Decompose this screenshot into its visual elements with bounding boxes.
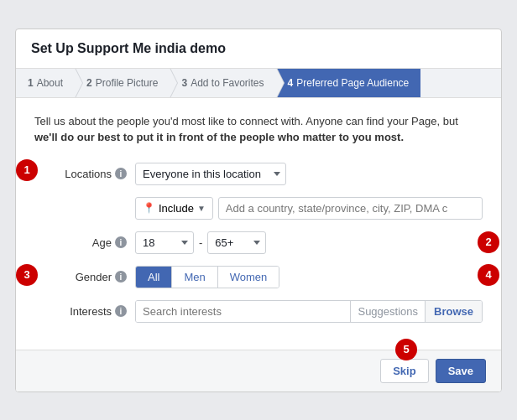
gender-men-button[interactable]: Men: [172, 267, 217, 288]
locations-controls: Everyone in this location: [135, 163, 483, 185]
locations-label: Locations i: [34, 168, 135, 180]
gender-women-button[interactable]: Women: [218, 267, 279, 288]
include-dropdown[interactable]: 📍 Include ▼: [135, 197, 213, 220]
tab-about[interactable]: 1 About: [16, 69, 75, 97]
age-min-select[interactable]: 18: [135, 231, 194, 254]
age-info-icon[interactable]: i: [115, 236, 127, 248]
locations-row: Locations i Everyone in this location 1: [34, 163, 483, 185]
interests-input[interactable]: [136, 301, 350, 322]
interests-row: Interests i Suggestions Browse: [34, 300, 483, 323]
wizard-tabs: 1 About 2 Profile Picture 3 Add to Favor…: [16, 69, 501, 98]
gender-controls: All Men Women: [135, 266, 483, 288]
interests-label: Interests i: [34, 305, 135, 318]
gender-label: Gender i: [34, 271, 135, 283]
footer: 5 Skip Save: [16, 350, 501, 391]
gender-info-icon[interactable]: i: [115, 271, 127, 283]
age-dash: -: [199, 236, 202, 249]
tab-profile-picture[interactable]: 2 Profile Picture: [75, 69, 170, 97]
tab-add-to-favorites[interactable]: 3 Add to Favorites: [170, 69, 275, 97]
skip-button[interactable]: Skip: [380, 359, 428, 383]
tab-preferred-page-audience[interactable]: 4 Preferred Page Audience: [276, 69, 421, 97]
annotation-4: 4: [478, 264, 499, 286]
gender-button-group: All Men Women: [135, 266, 279, 288]
page-title: Set Up Support Me india demo: [16, 29, 501, 69]
age-label: Age i: [34, 236, 135, 249]
age-max-select[interactable]: 65+: [207, 231, 266, 254]
interests-browse-button[interactable]: Browse: [425, 301, 482, 322]
main-content: Tell us about the people you'd most like…: [16, 98, 501, 350]
locations-info-icon[interactable]: i: [115, 168, 127, 179]
annotation-5: 5: [395, 339, 417, 360]
interests-info-icon[interactable]: i: [115, 305, 127, 317]
age-row: Age i 18 - 65+ 2: [34, 231, 483, 254]
gender-all-button[interactable]: All: [136, 267, 172, 288]
annotation-3: 3: [16, 264, 38, 286]
age-controls: 18 - 65+: [135, 231, 266, 254]
annotation-1: 1: [16, 159, 38, 181]
include-controls: 📍 Include ▼: [135, 197, 483, 220]
annotation-2: 2: [478, 231, 499, 253]
pin-icon: 📍: [143, 202, 155, 214]
include-row: 📍 Include ▼: [34, 197, 483, 220]
interests-suggestions: Suggestions: [350, 301, 425, 322]
locations-dropdown[interactable]: Everyone in this location: [135, 163, 286, 185]
save-button[interactable]: Save: [436, 359, 486, 383]
gender-row: Gender i All Men Women 3 4: [34, 266, 483, 288]
location-input[interactable]: [218, 197, 483, 220]
interests-controls: Suggestions Browse: [135, 300, 483, 323]
description-text: Tell us about the people you'd most like…: [34, 113, 483, 146]
